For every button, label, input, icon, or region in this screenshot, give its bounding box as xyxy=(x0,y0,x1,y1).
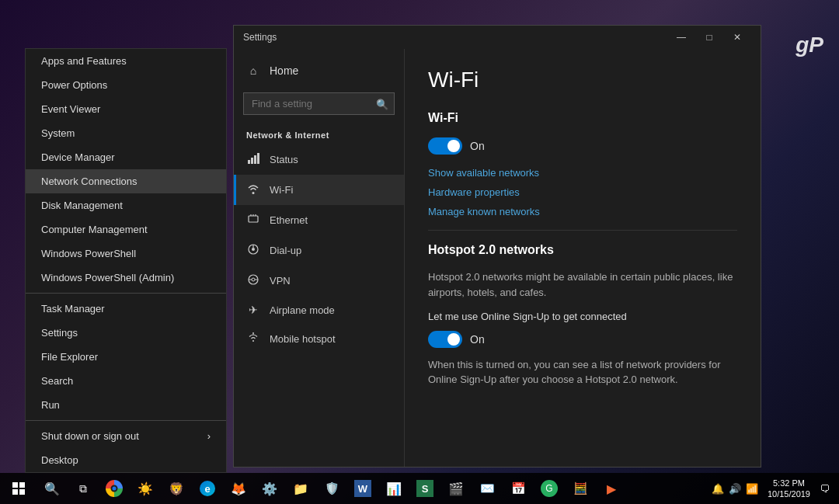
section-divider xyxy=(428,230,737,231)
wifi-nav-icon xyxy=(246,182,260,197)
hotspot-toggle[interactable] xyxy=(428,331,462,348)
svg-rect-0 xyxy=(248,160,250,164)
context-item-shutdown[interactable]: Shut down or sign out › xyxy=(26,424,226,448)
settings-nav: ⌂ Home 🔍 Network & Internet Status xyxy=(234,49,405,467)
context-item-powershell[interactable]: Windows PowerShell xyxy=(26,242,226,266)
context-item-task-manager[interactable]: Task Manager xyxy=(26,297,226,321)
gp-logo: gP xyxy=(795,33,823,57)
context-item-disk-management[interactable]: Disk Management xyxy=(26,193,226,217)
context-item-event-viewer[interactable]: Event Viewer xyxy=(26,97,226,121)
windows-icon xyxy=(12,482,25,495)
taskbar-vlc-btn[interactable]: ▶ xyxy=(597,473,626,504)
context-item-system[interactable]: System xyxy=(26,121,226,145)
taskbar-taskview-btn[interactable]: ⧉ xyxy=(68,473,98,504)
context-item-device-manager[interactable]: Device Manager xyxy=(26,145,226,169)
search-icon: 🔍 xyxy=(376,98,388,109)
close-button[interactable]: ✕ xyxy=(723,26,751,49)
svg-rect-16 xyxy=(12,482,18,488)
taskbar-firefox-btn[interactable]: 🦊 xyxy=(224,473,253,504)
context-item-computer-management[interactable]: Computer Management xyxy=(26,217,226,242)
taskbar-tray: 🔔 🔊 📶 5:32 PM 10/15/2019 🗨 xyxy=(712,478,836,500)
taskbar-app1-btn[interactable]: ⚙️ xyxy=(255,473,284,504)
context-item-apps-features[interactable]: Apps and Features xyxy=(26,49,226,73)
context-item-run[interactable]: Run xyxy=(26,393,226,417)
status-icon xyxy=(246,152,260,167)
nav-hotspot-label: Mobile hotspot xyxy=(270,333,336,345)
svg-rect-18 xyxy=(12,489,18,495)
nav-item-status[interactable]: Status xyxy=(234,144,404,175)
nav-home[interactable]: ⌂ Home xyxy=(234,55,404,86)
taskbar-chrome-btn[interactable] xyxy=(99,473,129,504)
taskbar-calendar-btn[interactable]: 📅 xyxy=(503,473,533,504)
show-networks-link[interactable]: Show available networks xyxy=(428,167,737,179)
titlebar-controls: — □ ✕ xyxy=(667,26,751,49)
tray-icon-2: 🔊 xyxy=(729,483,741,495)
nav-item-vpn[interactable]: VPN xyxy=(234,266,404,296)
hotspot-desc-3: When this is turned on, you can see a li… xyxy=(428,357,737,388)
taskbar-calc-btn[interactable]: 🧮 xyxy=(566,473,595,504)
nav-item-ethernet[interactable]: Ethernet xyxy=(234,205,404,235)
nav-ethernet-label: Ethernet xyxy=(270,214,308,226)
hardware-properties-link[interactable]: Hardware properties xyxy=(428,186,737,198)
taskbar-app3-btn[interactable]: S xyxy=(410,473,440,504)
tray-notification[interactable]: 🗨 xyxy=(820,483,830,495)
settings-content: Wi-Fi Wi-Fi On Show available networks H… xyxy=(405,49,761,467)
vpn-icon xyxy=(246,273,260,288)
taskbar-brave-btn[interactable]: 🦁 xyxy=(162,473,191,504)
hotspot-icon xyxy=(246,332,260,346)
svg-rect-1 xyxy=(251,158,253,164)
nav-item-airplane[interactable]: ✈ Airplane mode xyxy=(234,296,404,324)
settings-titlebar: Settings — □ ✕ xyxy=(234,26,761,49)
context-item-settings[interactable]: Settings xyxy=(26,321,226,345)
taskbar-word-btn[interactable]: W xyxy=(348,473,378,504)
taskbar-app4-btn[interactable]: G xyxy=(534,473,564,504)
settings-body: ⌂ Home 🔍 Network & Internet Status xyxy=(234,49,761,467)
maximize-button[interactable]: □ xyxy=(695,26,723,49)
context-menu: Apps and Features Power Options Event Vi… xyxy=(25,48,227,473)
minimize-button[interactable]: — xyxy=(667,26,695,49)
taskbar-app2-btn[interactable]: 📊 xyxy=(379,473,409,504)
hotspot-desc-1: Hotspot 2.0 networks might be available … xyxy=(428,269,737,300)
settings-window: Settings — □ ✕ ⌂ Home 🔍 Network & Intern… xyxy=(233,25,761,468)
svg-rect-19 xyxy=(19,489,25,495)
hotspot-section-header: Hotspot 2.0 networks xyxy=(428,243,737,257)
svg-rect-2 xyxy=(254,155,256,164)
wifi-toggle-label: On xyxy=(470,140,485,152)
taskbar: 🔍 ⧉ ☀️ 🦁 e 🦊 ⚙️ xyxy=(0,473,839,504)
nav-section-title: Network & Internet xyxy=(234,121,404,144)
context-item-powershell-admin[interactable]: Windows PowerShell (Admin) xyxy=(26,266,226,290)
wifi-section-header: Wi-Fi xyxy=(428,111,737,125)
nav-vpn-label: VPN xyxy=(270,275,291,287)
context-item-network-connections[interactable]: Network Connections xyxy=(26,169,226,193)
taskbar-icons: 🔍 ⧉ ☀️ 🦁 e 🦊 ⚙️ xyxy=(37,473,626,504)
taskbar-edge-btn[interactable]: e xyxy=(193,473,222,504)
taskbar-clock[interactable]: 5:32 PM 10/15/2019 xyxy=(763,478,815,500)
nav-item-wifi[interactable]: Wi-Fi xyxy=(234,175,404,205)
taskbar-security-btn[interactable]: 🛡️ xyxy=(317,473,346,504)
taskbar-search-btn[interactable]: 🔍 xyxy=(37,473,67,504)
svg-point-12 xyxy=(252,278,255,281)
svg-rect-17 xyxy=(19,482,25,488)
context-item-file-explorer[interactable]: File Explorer xyxy=(26,345,226,369)
nav-item-hotspot[interactable]: Mobile hotspot xyxy=(234,324,404,354)
search-input[interactable] xyxy=(243,92,395,115)
dialup-icon xyxy=(246,243,260,258)
taskbar-email-btn[interactable]: ✉️ xyxy=(472,473,502,504)
settings-search-container: 🔍 xyxy=(243,92,395,115)
svg-rect-3 xyxy=(257,153,259,164)
wifi-toggle[interactable] xyxy=(428,137,462,155)
page-title: Wi-Fi xyxy=(428,68,737,92)
context-item-search[interactable]: Search xyxy=(26,369,226,393)
nav-wifi-label: Wi-Fi xyxy=(270,184,293,196)
clock-time: 5:32 PM xyxy=(768,478,810,488)
context-item-desktop[interactable]: Desktop xyxy=(26,448,226,472)
taskbar-brightness-btn[interactable]: ☀️ xyxy=(131,473,160,504)
separator-2 xyxy=(26,420,226,421)
svg-rect-4 xyxy=(249,216,258,222)
context-item-power-options[interactable]: Power Options xyxy=(26,73,226,97)
taskbar-media-btn[interactable]: 🎬 xyxy=(441,473,471,504)
manage-networks-link[interactable]: Manage known networks xyxy=(428,206,737,217)
nav-item-dialup[interactable]: Dial-up xyxy=(234,235,404,266)
start-button[interactable] xyxy=(3,473,34,504)
taskbar-files-btn[interactable]: 📁 xyxy=(286,473,315,504)
